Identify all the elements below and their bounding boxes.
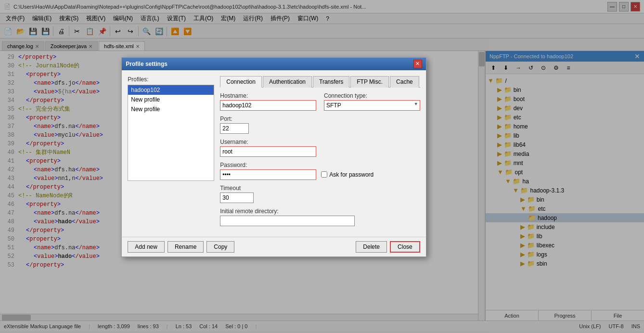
profile-item-new2[interactable]: New profile — [128, 104, 214, 114]
password-label: Password: — [220, 162, 420, 168]
modal-close-btn[interactable]: ✕ — [413, 60, 422, 68]
modal-footer: Add new Rename Copy Delete Close — [122, 237, 425, 256]
copy-button[interactable]: Copy — [206, 241, 234, 253]
username-group: Username: — [220, 139, 420, 157]
profile-settings-modal: Profile settings ✕ Profiles: hadoop102 N… — [121, 57, 426, 257]
modal-title-bar: Profile settings ✕ — [122, 58, 425, 70]
close-modal-button[interactable]: Close — [390, 241, 420, 253]
profiles-label: Profiles: — [128, 76, 214, 83]
profiles-list: hadoop102 New profile New profile — [128, 85, 214, 181]
tab-authentication[interactable]: Authentication — [263, 76, 312, 88]
hostname-col: Hostname: — [220, 92, 316, 111]
password-group: Password: Ask for password — [220, 162, 420, 180]
timeout-group: Timeout — [220, 185, 420, 203]
username-label: Username: — [220, 139, 420, 145]
connection-type-col: Connection type: FTP FTPS SFTP — [324, 92, 420, 111]
timeout-input[interactable] — [220, 192, 254, 203]
initial-remote-dir-input[interactable] — [220, 216, 355, 226]
tab-transfers[interactable]: Transfers — [313, 76, 349, 88]
tab-cache[interactable]: Cache — [390, 76, 419, 88]
connection-type-select[interactable]: FTP FTPS SFTP — [324, 100, 420, 111]
username-input[interactable] — [220, 146, 316, 157]
modal-tabs: Connection Authentication Transfers FTP … — [220, 76, 420, 88]
rename-button[interactable]: Rename — [167, 241, 204, 253]
ask-for-password-checkbox[interactable] — [321, 171, 327, 178]
tab-ftp-misc[interactable]: FTP Misc. — [350, 76, 389, 88]
add-new-button[interactable]: Add new — [128, 241, 165, 253]
port-group: Port: — [220, 115, 420, 134]
initial-remote-dir-label: Initial remote directory: — [220, 208, 420, 215]
hostname-input[interactable] — [220, 100, 316, 111]
delete-button[interactable]: Delete — [356, 241, 387, 253]
timeout-label: Timeout — [220, 185, 420, 192]
tab-connection[interactable]: Connection — [220, 76, 262, 88]
profile-item-new1[interactable]: New profile — [128, 95, 214, 104]
modal-title: Profile settings — [126, 61, 167, 67]
modal-overlay: Profile settings ✕ Profiles: hadoop102 N… — [0, 0, 644, 333]
initial-remote-dir-group: Initial remote directory: — [220, 208, 420, 226]
modal-body: Profiles: hadoop102 New profile New prof… — [122, 70, 425, 237]
connection-type-wrapper: FTP FTPS SFTP — [324, 100, 420, 111]
profile-item-hadoop102[interactable]: hadoop102 — [128, 85, 214, 95]
settings-panel: Connection Authentication Transfers FTP … — [220, 76, 420, 231]
connection-type-label: Connection type: — [324, 92, 420, 99]
footer-left-buttons: Add new Rename Copy — [128, 241, 234, 253]
hostname-label: Hostname: — [220, 92, 316, 99]
port-label: Port: — [220, 115, 420, 122]
password-input[interactable] — [220, 169, 316, 180]
hostname-connection-row: Hostname: Connection type: FTP FTPS SFTP — [220, 92, 420, 111]
profiles-panel: Profiles: hadoop102 New profile New prof… — [128, 76, 214, 231]
port-input[interactable] — [220, 123, 249, 134]
ask-for-password-label: Ask for password — [321, 171, 374, 178]
